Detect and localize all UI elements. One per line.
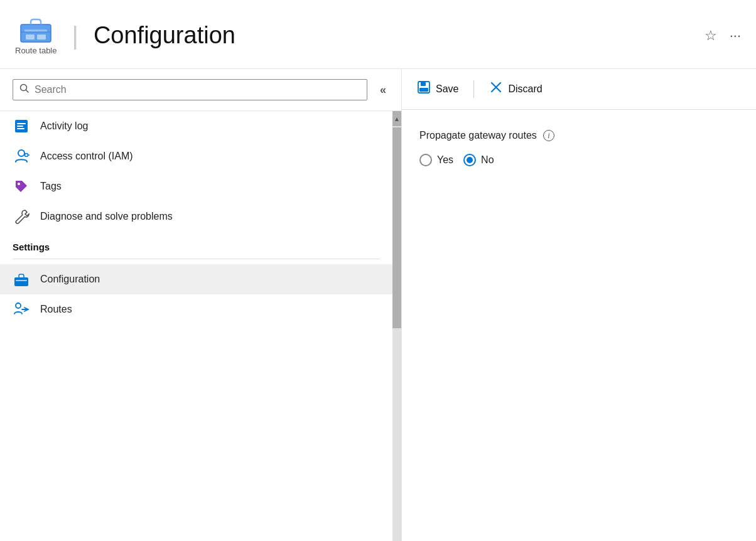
sidebar-items-list: Activity log Access control (IAM) (0, 111, 392, 541)
access-control-label: Access control (IAM) (40, 151, 133, 162)
save-icon (417, 80, 431, 98)
activity-log-label: Activity log (40, 121, 88, 132)
sidebar-item-diagnose[interactable]: Diagnose and solve problems (0, 201, 392, 232)
configuration-icon (13, 270, 30, 288)
discard-icon (489, 80, 503, 98)
radio-no-outer[interactable] (463, 154, 476, 166)
content-toolbar: Save Discard (402, 69, 756, 110)
favorite-button[interactable]: ☆ (705, 28, 717, 44)
svg-rect-0 (21, 24, 51, 42)
routes-label: Routes (40, 304, 72, 315)
svg-point-12 (25, 154, 28, 157)
svg-line-6 (26, 90, 29, 93)
sidebar-item-configuration[interactable]: Configuration (0, 264, 392, 294)
svg-rect-3 (26, 35, 35, 40)
search-input[interactable] (35, 84, 360, 95)
radio-yes-label: Yes (437, 154, 453, 166)
sidebar-scroll-area: Activity log Access control (IAM) (0, 111, 401, 541)
main-area: « Activity log (0, 69, 756, 541)
svg-rect-9 (17, 126, 23, 127)
content-body: Propagate gateway routes i Yes No (402, 110, 756, 189)
svg-rect-20 (421, 82, 426, 86)
content-panel: Save Discard Propagate gateway routes i (402, 69, 756, 541)
radio-no[interactable]: No (463, 154, 494, 166)
access-control-icon (13, 147, 30, 165)
sidebar-item-access-control[interactable]: Access control (IAM) (0, 141, 392, 171)
svg-point-14 (18, 183, 20, 185)
sidebar-scrollbar[interactable]: ▲ (392, 111, 401, 541)
svg-point-17 (16, 303, 21, 308)
diagnose-icon (13, 208, 30, 225)
sidebar: « Activity log (0, 69, 402, 541)
more-options-button[interactable]: ··· (730, 28, 741, 44)
radio-yes-outer[interactable] (419, 154, 432, 166)
sidebar-item-tags[interactable]: Tags (0, 171, 392, 201)
collapse-sidebar-button[interactable]: « (375, 81, 391, 99)
svg-rect-21 (419, 88, 428, 92)
header-actions: ☆ ··· (705, 28, 741, 44)
header: Route table | Configuration ☆ ··· (0, 0, 756, 69)
svg-rect-15 (14, 277, 28, 286)
radio-no-inner (467, 157, 473, 163)
radio-yes[interactable]: Yes (419, 154, 453, 166)
search-row: « (0, 69, 401, 111)
gateway-routes-radio-group: Yes No (419, 151, 738, 169)
svg-point-11 (18, 150, 24, 156)
page-title: Configuration (94, 22, 694, 49)
settings-divider (13, 259, 380, 259)
svg-rect-8 (17, 123, 26, 124)
toolbar-divider (473, 80, 474, 98)
settings-section-header: Settings (0, 232, 392, 256)
discard-button[interactable]: Discard (489, 78, 542, 100)
scrollbar-thumb[interactable] (392, 127, 401, 328)
tags-icon (13, 178, 30, 195)
sidebar-item-activity-log[interactable]: Activity log (0, 111, 392, 141)
header-divider: | (72, 23, 78, 48)
routes-icon (13, 301, 30, 318)
scrollbar-up-arrow[interactable]: ▲ (392, 111, 401, 126)
resource-type-label: Route table (15, 46, 57, 55)
diagnose-label: Diagnose and solve problems (40, 211, 173, 222)
route-table-icon (19, 16, 52, 43)
discard-label: Discard (508, 83, 542, 95)
svg-rect-4 (37, 35, 46, 40)
configuration-label: Configuration (40, 274, 100, 285)
search-box[interactable] (13, 79, 367, 100)
propagate-info-icon[interactable]: i (543, 130, 554, 141)
activity-log-icon (13, 117, 30, 135)
save-label: Save (436, 83, 458, 95)
propagate-gateway-routes-row: Propagate gateway routes i (419, 130, 738, 141)
svg-rect-16 (16, 280, 27, 281)
tags-label: Tags (40, 181, 62, 192)
search-icon (19, 83, 30, 96)
save-button[interactable]: Save (417, 78, 458, 100)
svg-rect-1 (24, 29, 47, 32)
propagate-gateway-routes-label: Propagate gateway routes (419, 130, 537, 141)
svg-rect-10 (17, 128, 24, 129)
resource-icon-wrap: Route table (15, 16, 57, 55)
sidebar-item-routes[interactable]: Routes (0, 294, 392, 324)
radio-no-label: No (481, 154, 494, 166)
